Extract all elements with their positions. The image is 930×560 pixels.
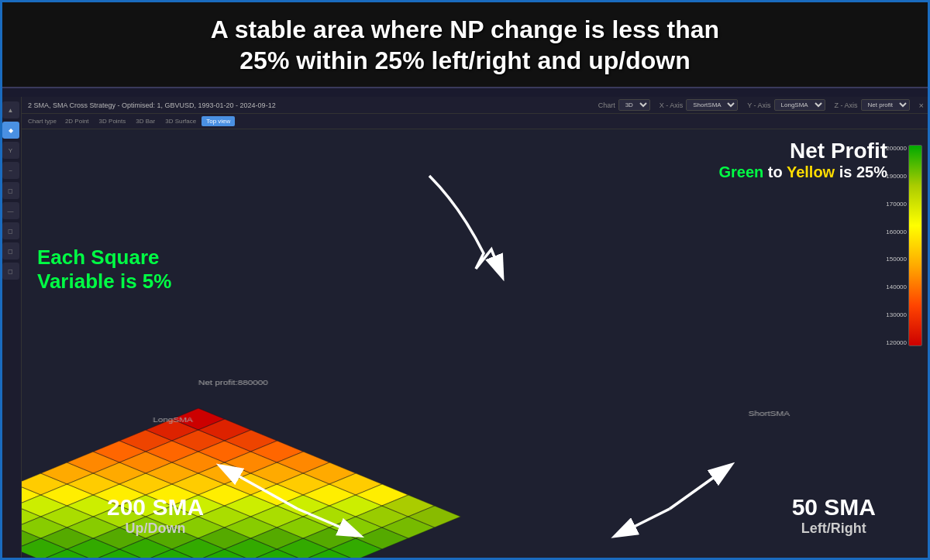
chart-tabs: Chart type 2D Point 3D Points 3D Bar 3D … — [22, 114, 930, 129]
legend-value-6: 140000 — [886, 283, 907, 290]
legend-value-3: 170000 — [886, 201, 907, 208]
each-square-line2: Variable is 5% — [37, 270, 171, 294]
chart-label: Chart — [598, 101, 615, 109]
toolbar-xaxis-group: X - Axis ShortSMA — [660, 99, 739, 111]
annotation-text: A stable area where NP change is less th… — [16, 14, 914, 76]
sidebar: ▲ ◆ Y ~ ◻ — ◻ ◻ ◻ — [0, 97, 22, 560]
sidebar-item-5[interactable]: ◻ — [2, 182, 19, 199]
sma50-title: 50 SMA — [792, 494, 876, 520]
tab-topview[interactable]: Top view — [202, 116, 235, 126]
sidebar-item-2[interactable]: ◆ — [2, 122, 19, 139]
chart-type-label: Chart type — [28, 118, 57, 125]
net-profit-title: Net Profit — [718, 139, 887, 163]
legend-value-2: 190000 — [886, 173, 907, 180]
toolbar-zaxis-group: Z - Axis Net profit — [835, 99, 910, 111]
sidebar-item-8[interactable]: ◻ — [2, 242, 19, 259]
sma50-sub: Left/Right — [801, 520, 866, 536]
yaxis-label: Y - Axis — [747, 101, 770, 109]
sma200-annotation: 200 SMA Up/Down — [107, 494, 204, 537]
sidebar-item-9[interactable]: ◻ — [2, 263, 19, 280]
net-profit-annotation: Net Profit Green to Yellow is 25% — [718, 139, 887, 181]
tab-3dpoints[interactable]: 3D Points — [95, 116, 131, 126]
sidebar-item-3[interactable]: Y — [2, 142, 19, 159]
sma50-annotation: 50 SMA Left/Right — [792, 494, 876, 537]
legend-labels: 200000 190000 170000 160000 150000 14000… — [886, 145, 907, 346]
sidebar-item-6[interactable]: — — [2, 202, 19, 219]
sidebar-item-1[interactable]: ▲ — [2, 101, 19, 119]
zaxis-label: Z - Axis — [835, 101, 858, 109]
legend-value-1: 200000 — [886, 145, 907, 152]
green-label: Green — [718, 163, 763, 180]
toolbar-chart-group: Chart 3D — [598, 99, 650, 111]
legend-value-7: 130000 — [886, 311, 907, 318]
top-annotation: A stable area where NP change is less th… — [0, 0, 930, 88]
zaxis-select[interactable]: Net profit — [861, 99, 910, 111]
each-square-annotation: Each Square Variable is 5% — [37, 246, 171, 294]
toolbar: 2 SMA, SMA Cross Strategy - Optimised: 1… — [22, 97, 930, 114]
is-25-label: is 25% — [839, 163, 887, 180]
xaxis-select[interactable]: ShortSMA — [686, 99, 738, 111]
toolbar-title: 2 SMA, SMA Cross Strategy - Optimised: 1… — [28, 101, 589, 109]
tab-3dsurface[interactable]: 3D Surface — [160, 116, 201, 126]
chart-area: .cell { stroke: #1a1a2a; stroke-width: 0… — [22, 129, 930, 560]
tab-2dpoint[interactable]: 2D Point — [60, 116, 94, 126]
tab-3dbar[interactable]: 3D Bar — [131, 116, 160, 126]
xaxis-label: X - Axis — [660, 101, 684, 109]
to-label: to — [768, 163, 787, 180]
each-square-line1: Each Square — [37, 246, 171, 270]
sidebar-item-4[interactable]: ~ — [2, 162, 19, 179]
sma200-sub: Up/Down — [126, 520, 186, 536]
toolbar-yaxis-group: Y - Axis LongSMA — [747, 99, 825, 111]
legend-value-4: 160000 — [886, 228, 907, 235]
chart-select[interactable]: 3D — [618, 99, 650, 111]
legend-value-5: 150000 — [886, 256, 907, 263]
color-legend — [908, 145, 922, 346]
yellow-label: Yellow — [787, 163, 835, 180]
sma200-title: 200 SMA — [107, 494, 204, 520]
yaxis-select[interactable]: LongSMA — [774, 99, 825, 111]
legend-value-8: 120000 — [886, 339, 907, 346]
sidebar-item-7[interactable]: ◻ — [2, 222, 19, 239]
net-profit-subtitle: Green to Yellow is 25% — [718, 163, 887, 180]
close-button[interactable]: × — [919, 101, 924, 110]
